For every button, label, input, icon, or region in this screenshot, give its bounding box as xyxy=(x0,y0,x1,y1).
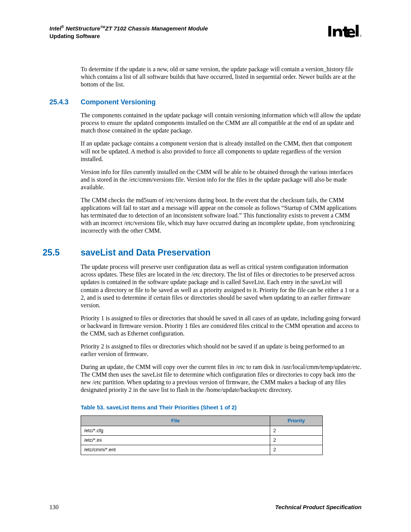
intel-logo: ® xyxy=(327,23,362,40)
cell-priority: 2 xyxy=(270,445,323,455)
paragraph: The update process will preserve user co… xyxy=(81,263,362,309)
page-number: 130 xyxy=(49,504,59,511)
header-title-line: Intel® NetStructureTMZT 7102 Chassis Man… xyxy=(49,24,208,32)
svg-rect-1 xyxy=(356,25,359,37)
cell-priority: 2 xyxy=(270,436,323,445)
table-row: /etc/*.cfg 2 xyxy=(81,426,323,436)
section-25-4-3-heading: 25.4.3 Component Versioning xyxy=(49,98,362,106)
page: Intel® NetStructureTMZT 7102 Chassis Man… xyxy=(0,0,411,532)
body-content: To determine if the update is a new, old… xyxy=(49,66,362,88)
footer-doc-title: Technical Product Specification xyxy=(275,504,362,511)
intro-paragraph: To determine if the update is a new, old… xyxy=(81,66,362,88)
tm-mark: TM xyxy=(100,25,105,29)
table-header-row: File Priority xyxy=(81,416,323,426)
paragraph: The components contained in the update p… xyxy=(81,112,362,134)
savelist-table: File Priority /etc/*.cfg 2 /etc/*.ini 2 … xyxy=(81,415,323,455)
section-25-5-body: The update process will preserve user co… xyxy=(49,263,362,455)
col-priority-header: Priority xyxy=(270,416,323,426)
header-subtitle: Updating Software xyxy=(49,32,208,40)
section-25-4-3-body: The components contained in the update p… xyxy=(49,112,362,235)
col-file-header: File xyxy=(81,416,270,426)
paragraph: During an update, the CMM will copy over… xyxy=(81,363,362,394)
page-footer: 130 Technical Product Specification xyxy=(49,504,362,511)
paragraph: Priority 1 is assigned to files or direc… xyxy=(81,315,362,337)
cell-file: /etc/*.ini xyxy=(81,436,270,445)
table-caption: Table 53. saveList Items and Their Prior… xyxy=(49,404,362,411)
paragraph: The CMM checks the md5sum of /etc/versio… xyxy=(81,197,362,235)
cell-priority: 2 xyxy=(270,426,323,436)
page-header: Intel® NetStructureTMZT 7102 Chassis Man… xyxy=(49,24,362,41)
table-row: /etc/cmm/*.ent 2 xyxy=(81,445,323,455)
paragraph: Priority 2 is assigned to files or direc… xyxy=(81,343,362,358)
cell-file: /etc/cmm/*.ent xyxy=(81,445,270,455)
table-row: /etc/*.ini 2 xyxy=(81,436,323,445)
svg-rect-0 xyxy=(328,26,331,37)
cell-file: /etc/*.cfg xyxy=(81,426,270,436)
paragraph: If an update package contains a componen… xyxy=(81,140,362,163)
header-text: Intel® NetStructureTMZT 7102 Chassis Man… xyxy=(49,24,208,40)
title-rest: ZT 7102 Chassis Management Module xyxy=(105,25,208,32)
section-title: Component Versioning xyxy=(81,98,156,106)
section-25-5-heading: 25.5 saveList and Data Preservation xyxy=(49,248,362,258)
section-title: saveList and Data Preservation xyxy=(81,248,210,258)
brand: Intel xyxy=(49,25,61,32)
brand-net: NetStructure xyxy=(64,25,100,32)
paragraph: Version info for files currently install… xyxy=(81,168,362,191)
svg-text:®: ® xyxy=(360,35,362,37)
section-number: 25.5 xyxy=(43,248,81,258)
section-number: 25.4.3 xyxy=(49,98,81,106)
